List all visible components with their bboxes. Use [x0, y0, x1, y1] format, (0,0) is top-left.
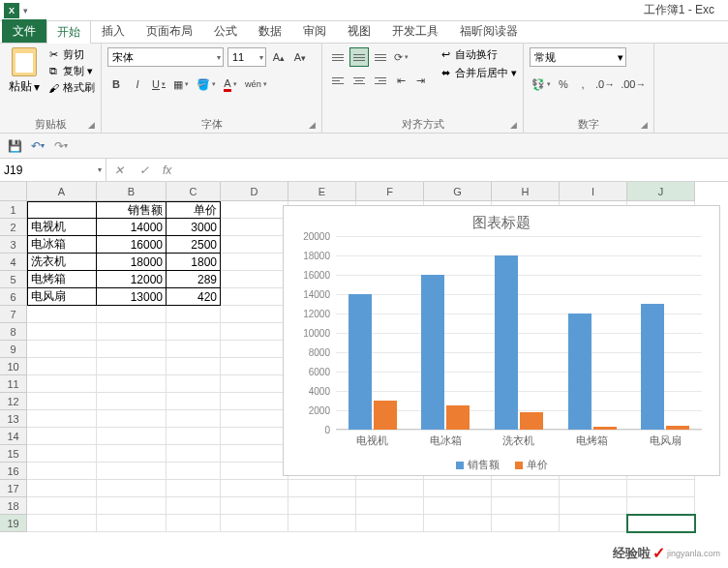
cut-button[interactable]: ✂剪切: [46, 47, 95, 62]
dialog-launcher-icon[interactable]: ◢: [309, 120, 316, 130]
cell[interactable]: [97, 515, 167, 532]
cell[interactable]: [221, 445, 288, 463]
tab-developer[interactable]: 开发工具: [381, 19, 449, 43]
cell[interactable]: [27, 375, 97, 393]
increase-indent-button[interactable]: ⇥: [411, 71, 429, 90]
decrease-indent-button[interactable]: ⇤: [392, 71, 410, 90]
font-size-select[interactable]: 11▾: [228, 47, 266, 67]
align-left-button[interactable]: [328, 71, 348, 90]
cell[interactable]: 销售额: [97, 201, 167, 219]
cell[interactable]: [221, 219, 288, 236]
cell[interactable]: [97, 323, 167, 341]
cell[interactable]: [221, 254, 288, 271]
cell[interactable]: [27, 306, 97, 323]
cell[interactable]: [424, 515, 492, 532]
cell[interactable]: [167, 428, 221, 445]
tab-view[interactable]: 视图: [337, 19, 381, 43]
column-header[interactable]: C: [167, 182, 221, 201]
cell[interactable]: [97, 497, 167, 515]
align-top-button[interactable]: [328, 47, 348, 67]
formula-input[interactable]: [177, 159, 728, 181]
row-header[interactable]: 2: [0, 219, 27, 236]
merge-center-button[interactable]: ⬌合并后居中▾: [439, 66, 517, 80]
save-icon[interactable]: 💾: [6, 137, 23, 155]
underline-button[interactable]: U▾: [150, 75, 167, 94]
cell[interactable]: [97, 375, 167, 393]
chevron-down-icon[interactable]: ▾: [34, 80, 40, 94]
italic-button[interactable]: I: [129, 75, 146, 94]
column-header[interactable]: A: [27, 182, 97, 201]
cell[interactable]: [356, 515, 424, 532]
border-button[interactable]: ▦▾: [171, 75, 191, 94]
cell[interactable]: [221, 358, 288, 375]
cell[interactable]: [221, 288, 288, 306]
row-header[interactable]: 7: [0, 306, 27, 323]
cell[interactable]: 洗衣机: [27, 254, 97, 271]
cell[interactable]: [97, 306, 167, 323]
cell[interactable]: [492, 515, 560, 532]
row-header[interactable]: 16: [0, 463, 27, 480]
row-header[interactable]: 17: [0, 480, 27, 497]
row-header[interactable]: 5: [0, 271, 27, 288]
cell[interactable]: [27, 410, 97, 428]
cell[interactable]: [424, 480, 492, 497]
cell[interactable]: 2500: [167, 236, 221, 254]
cell[interactable]: [167, 323, 221, 341]
cell[interactable]: [167, 445, 221, 463]
cell[interactable]: [288, 515, 356, 532]
cell[interactable]: [167, 515, 221, 532]
align-center-button[interactable]: [349, 71, 369, 90]
cell[interactable]: [221, 375, 288, 393]
cell[interactable]: [27, 393, 97, 410]
row-header[interactable]: 9: [0, 341, 27, 358]
column-header[interactable]: E: [288, 182, 356, 201]
decrease-decimal-button[interactable]: .00→: [619, 75, 648, 94]
cell[interactable]: [97, 410, 167, 428]
cell[interactable]: [97, 480, 167, 497]
row-header[interactable]: 6: [0, 288, 27, 306]
column-header[interactable]: I: [560, 182, 627, 201]
format-painter-button[interactable]: 🖌格式刷: [46, 80, 95, 95]
chart[interactable]: 图表标题020004000600080001000012000140001600…: [283, 205, 720, 476]
cell[interactable]: [167, 375, 221, 393]
cell[interactable]: 420: [167, 288, 221, 306]
cell[interactable]: [167, 410, 221, 428]
cell[interactable]: 13000: [97, 288, 167, 306]
name-box[interactable]: J19▾: [0, 159, 106, 181]
chevron-down-icon[interactable]: ▾: [87, 65, 93, 77]
cell[interactable]: [560, 497, 627, 515]
tab-home[interactable]: 开始: [46, 20, 91, 44]
cell[interactable]: [27, 323, 97, 341]
tab-review[interactable]: 审阅: [292, 19, 337, 43]
cell[interactable]: [27, 445, 97, 463]
cell[interactable]: 电烤箱: [27, 271, 97, 288]
cell[interactable]: [288, 480, 356, 497]
cell[interactable]: [27, 201, 97, 219]
cell[interactable]: [97, 463, 167, 480]
percent-button[interactable]: %: [555, 75, 572, 94]
row-header[interactable]: 12: [0, 393, 27, 410]
paste-button[interactable]: 粘贴▾: [6, 47, 43, 115]
redo-icon[interactable]: ↷▾: [52, 137, 70, 155]
cell[interactable]: [221, 306, 288, 323]
cell[interactable]: [221, 271, 288, 288]
cell[interactable]: 18000: [97, 254, 167, 271]
cell[interactable]: 12000: [97, 271, 167, 288]
cell[interactable]: [560, 480, 627, 497]
dialog-launcher-icon[interactable]: ◢: [641, 120, 648, 130]
copy-button[interactable]: ⧉复制▾: [46, 64, 95, 78]
cell[interactable]: 14000: [97, 219, 167, 236]
cell[interactable]: [627, 497, 695, 515]
qat-dropdown-icon[interactable]: ▾: [23, 6, 28, 15]
cell[interactable]: [27, 480, 97, 497]
cell[interactable]: [560, 515, 627, 532]
cell[interactable]: [221, 393, 288, 410]
cell[interactable]: [97, 341, 167, 358]
cell[interactable]: [167, 393, 221, 410]
cell[interactable]: [221, 201, 288, 219]
cell[interactable]: [97, 445, 167, 463]
wrap-text-button[interactable]: ↩自动换行: [439, 47, 517, 62]
cell[interactable]: [492, 497, 560, 515]
cell-grid[interactable]: 销售额单价电视机140003000电冰箱160002500洗衣机18000180…: [27, 201, 695, 532]
increase-decimal-button[interactable]: .0→: [593, 75, 617, 94]
